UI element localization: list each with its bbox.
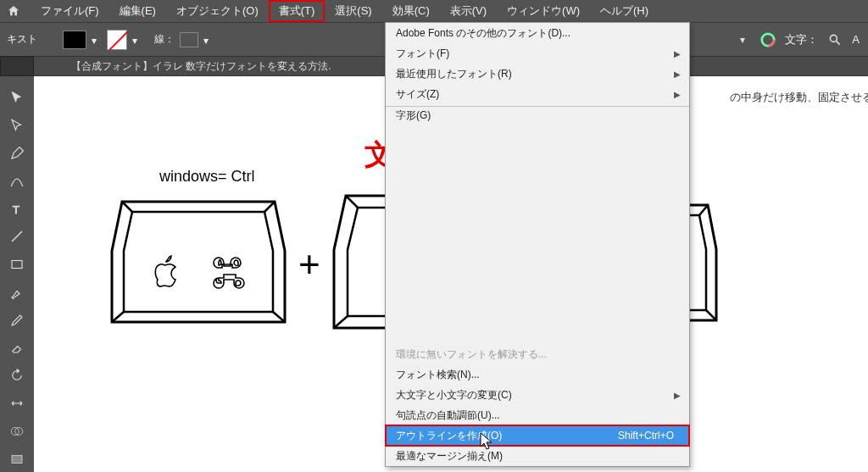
type-menu-dropdown: Adobe Fonts のその他のフォント(D)... フォント(F)▶ 最近使…	[385, 22, 690, 467]
document-title: 【合成フォント】イラレ 数字だけフォントを変える方法.	[71, 59, 331, 74]
submenu-arrow-icon: ▶	[674, 90, 681, 99]
font-hint: A	[852, 33, 860, 46]
menu-effect[interactable]: 効果(C)	[382, 0, 440, 22]
svg-line-3	[837, 41, 840, 44]
stroke-weight[interactable]	[180, 32, 198, 47]
menu-smart-punctuation[interactable]: 句読点の自動調節(U)...	[386, 405, 689, 425]
svg-text:T: T	[13, 203, 19, 215]
type-panel-label: 文字：	[785, 32, 818, 47]
svg-rect-9	[12, 455, 22, 463]
tool-rectangle[interactable]	[3, 252, 31, 278]
svg-rect-6	[12, 261, 22, 269]
menu-object[interactable]: オブジェクト(O)	[166, 0, 269, 22]
submenu-arrow-icon: ▶	[674, 49, 681, 58]
svg-marker-11	[124, 212, 273, 312]
tool-pencil[interactable]	[3, 307, 31, 333]
menu-optical-margin[interactable]: 最適なマージン揃え(M)	[386, 446, 689, 466]
menu-find-font[interactable]: フォント検索(N)...	[386, 364, 689, 385]
fill-dropdown-icon[interactable]: ▾	[92, 35, 102, 45]
tool-selection[interactable]	[3, 85, 31, 111]
key-command	[110, 197, 287, 332]
tool-direct-selection[interactable]	[3, 113, 31, 139]
menu-change-case[interactable]: 大文字と小文字の変更(C)▶	[386, 385, 689, 405]
tool-pen[interactable]	[3, 141, 31, 167]
opt-tool-label: キスト	[7, 32, 37, 47]
tool-eraser[interactable]	[3, 335, 31, 361]
menu-glyphs[interactable]: 字形(G)	[386, 108, 689, 122]
menu-shortcut: Shift+Ctrl+O	[618, 430, 674, 441]
submenu-arrow-icon: ▶	[674, 391, 681, 400]
toolbox: T	[0, 81, 34, 472]
menu-view[interactable]: 表示(V)	[440, 0, 497, 22]
menu-resolve-missing-fonts: 環境に無いフォントを解決する...	[386, 344, 689, 364]
plus-sign-1: +	[298, 243, 320, 286]
tool-type[interactable]: T	[3, 196, 31, 222]
submenu-arrow-icon: ▶	[674, 69, 681, 79]
menu-adobe-fonts[interactable]: Adobe Fonts のその他のフォント(D)...	[386, 23, 689, 43]
tool-shape-builder[interactable]	[3, 418, 31, 444]
windows-label: windows= Ctrl	[159, 168, 255, 186]
menu-select[interactable]: 選択(S)	[325, 0, 381, 22]
option-icon-1[interactable]: ▾	[734, 31, 751, 48]
stroke-label: 線：	[154, 32, 175, 47]
menu-font[interactable]: フォント(F)▶	[386, 43, 689, 64]
menu-type[interactable]: 書式(T)	[269, 0, 326, 22]
menubar: ファイル(F) 編集(E) オブジェクト(O) 書式(T) 選択(S) 効果(C…	[0, 0, 868, 22]
cursor-icon	[480, 432, 495, 451]
menu-size[interactable]: サイズ(Z)▶	[386, 84, 689, 104]
tool-line[interactable]	[3, 224, 31, 250]
canvas-right-text: の中身だけ移動、固定させる	[730, 90, 868, 105]
menu-separator	[386, 106, 689, 107]
tool-gradient[interactable]	[3, 446, 31, 472]
stroke-weight-dropdown-icon[interactable]: ▾	[203, 35, 214, 45]
menu-help[interactable]: ヘルプ(H)	[590, 0, 659, 22]
tool-rotate[interactable]	[3, 363, 31, 389]
search-font-icon[interactable]	[826, 31, 843, 48]
stroke-none-icon[interactable]	[107, 30, 127, 50]
home-icon[interactable]	[5, 3, 22, 19]
fill-swatch[interactable]	[63, 31, 86, 49]
menu-create-outlines[interactable]: アウトラインを作成(O) Shift+Ctrl+O	[386, 425, 689, 446]
svg-point-2	[831, 35, 837, 42]
menu-edit[interactable]: 編集(E)	[109, 0, 166, 22]
tool-curvature[interactable]	[3, 168, 31, 194]
menu-window[interactable]: ウィンドウ(W)	[497, 0, 590, 22]
menu-gap	[386, 122, 689, 344]
tool-width[interactable]	[3, 391, 31, 417]
menu-recent-fonts[interactable]: 最近使用したフォント(R)▶	[386, 64, 689, 84]
tool-paintbrush[interactable]	[3, 279, 31, 305]
stroke-dropdown-icon[interactable]: ▾	[132, 35, 142, 45]
svg-line-5	[12, 231, 22, 242]
color-wheel-icon[interactable]	[760, 31, 776, 48]
document-tab-stub[interactable]	[0, 56, 34, 76]
menu-file[interactable]: ファイル(F)	[31, 0, 109, 22]
